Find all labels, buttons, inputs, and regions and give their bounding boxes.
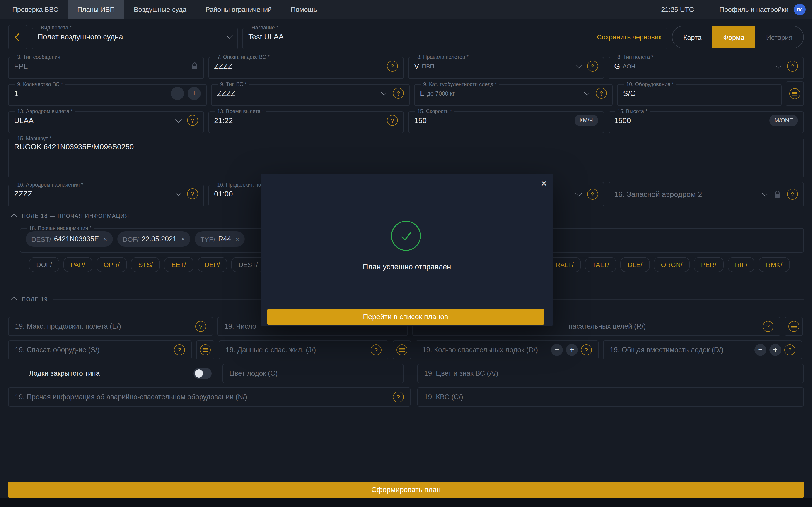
speed-field[interactable]: 15. Скорость * 150 КМ/Ч bbox=[408, 109, 604, 133]
help-icon[interactable]: ? bbox=[387, 115, 398, 126]
remove-chip-icon[interactable]: × bbox=[181, 235, 185, 243]
key-dest[interactable]: DEST/ bbox=[231, 257, 265, 272]
key-dep[interactable]: DEP/ bbox=[197, 257, 227, 272]
help-icon[interactable]: ? bbox=[787, 189, 798, 200]
help-icon[interactable]: ? bbox=[187, 188, 198, 199]
back-button[interactable] bbox=[8, 25, 27, 49]
aircraft-type-label: 9. Тип ВС * bbox=[218, 81, 249, 87]
nav-tab-ivp-plans[interactable]: Планы ИВП bbox=[68, 0, 124, 18]
minus-button[interactable]: − bbox=[754, 344, 766, 356]
plus-button[interactable]: + bbox=[188, 87, 201, 100]
route-value: RUGOK 6421N03935E/M096S0250 bbox=[14, 143, 134, 151]
close-icon[interactable]: × bbox=[541, 177, 547, 190]
help-icon[interactable]: ? bbox=[787, 61, 798, 71]
plus-button[interactable]: + bbox=[566, 344, 578, 356]
save-draft-button[interactable]: Сохранить черновик bbox=[597, 33, 662, 41]
view-tab-map[interactable]: Карта bbox=[672, 26, 712, 48]
key-opr[interactable]: OPR/ bbox=[96, 257, 127, 272]
boats-capacity-placeholder: 19. Общая вместимость лодок (D/) bbox=[610, 346, 723, 354]
turbulence-category-label: 9. Кат. турбулентности следа * bbox=[421, 81, 499, 87]
remove-chip-icon[interactable]: × bbox=[236, 235, 239, 243]
help-icon[interactable]: ? bbox=[596, 88, 607, 99]
equipment-list-button[interactable] bbox=[786, 81, 804, 106]
departure-aerodrome-select[interactable]: 13. Аэродром вылета * ULAA ? bbox=[8, 109, 204, 133]
help-icon[interactable]: ? bbox=[195, 321, 206, 332]
rescue-radio-list-button[interactable] bbox=[785, 317, 803, 336]
generate-plan-button[interactable]: Сформировать план bbox=[8, 482, 804, 498]
equipment-field[interactable]: 10. Оборудование * S/C bbox=[617, 81, 782, 106]
key-rif[interactable]: RIF/ bbox=[728, 257, 755, 272]
key-dof[interactable]: DOF/ bbox=[29, 257, 59, 272]
plus-button[interactable]: + bbox=[769, 344, 781, 356]
help-icon[interactable]: ? bbox=[587, 189, 598, 200]
aircraft-id-field[interactable]: 7. Опозн. индекс ВС * ZZZZ ? bbox=[208, 54, 404, 79]
help-icon[interactable]: ? bbox=[587, 61, 598, 71]
persons-on-board-placeholder: 19. Число bbox=[224, 322, 256, 331]
help-icon[interactable]: ? bbox=[371, 344, 382, 355]
flight-type-select[interactable]: 8. Тип полета * G АОН ? bbox=[608, 54, 804, 79]
equipment-value: S/C bbox=[623, 89, 636, 98]
aircraft-count-field[interactable]: 9. Количество ВС * 1 −+ bbox=[8, 81, 207, 106]
chip-dof: DOF/ 22.05.2021 × bbox=[117, 231, 190, 247]
turbulence-category-select[interactable]: 9. Кат. турбулентности следа * L до 7000… bbox=[414, 81, 613, 106]
help-icon[interactable]: ? bbox=[174, 344, 185, 355]
boats-color-field[interactable]: Цвет лодок (C) bbox=[222, 364, 404, 383]
view-tab-form[interactable]: Форма bbox=[712, 26, 755, 48]
help-icon[interactable]: ? bbox=[393, 392, 404, 402]
field18-section-title: ПОЛЕ 18 — ПРОЧАЯ ИНФОРМАЦИЯ bbox=[22, 213, 130, 219]
go-to-plans-button[interactable]: Перейти в список планов bbox=[267, 309, 544, 325]
nav-tab-bvs-check[interactable]: Проверка БВС bbox=[3, 0, 68, 18]
help-icon[interactable]: ? bbox=[187, 115, 198, 126]
key-per[interactable]: PER/ bbox=[694, 257, 724, 272]
key-dle[interactable]: DLE/ bbox=[620, 257, 650, 272]
pic-field[interactable]: 19. КВС (C/) bbox=[417, 388, 804, 406]
other-rescue-info-field[interactable]: 19. Прочая информация об аварийно-спасат… bbox=[8, 388, 411, 406]
destination-aerodrome-select[interactable]: 16. Аэродром назначения * ZZZZ ? bbox=[8, 182, 204, 207]
survival-equipment-list-button[interactable] bbox=[196, 340, 214, 359]
view-tab-history[interactable]: История bbox=[755, 26, 803, 48]
help-icon[interactable]: ? bbox=[784, 344, 795, 355]
chip-typ: TYP/ R44 × bbox=[195, 231, 245, 247]
departure-aerodrome-value: ULAA bbox=[14, 116, 34, 125]
max-duration-field[interactable]: 19. Макс. продолжит. полета (Е/) ? bbox=[8, 317, 213, 336]
key-talt[interactable]: TALT/ bbox=[585, 257, 616, 272]
avatar[interactable]: пс bbox=[794, 3, 806, 15]
altitude-field[interactable]: 15. Высота * 1500 M/QNE bbox=[608, 109, 804, 133]
closed-boats-toggle[interactable] bbox=[194, 368, 212, 379]
remove-chip-icon[interactable]: × bbox=[104, 235, 107, 243]
route-textarea[interactable]: 15. Маршрут * RUGOK 6421N03935E/M096S025… bbox=[8, 136, 804, 177]
equipment-label: 10. Оборудование * bbox=[624, 81, 676, 87]
key-sts[interactable]: STS/ bbox=[131, 257, 160, 272]
help-icon[interactable]: ? bbox=[387, 61, 398, 71]
nav-tab-restriction-areas[interactable]: Районы ограничений bbox=[196, 0, 281, 18]
key-eet[interactable]: EET/ bbox=[164, 257, 193, 272]
aircraft-type-select[interactable]: 9. Тип ВС * ZZZZ ? bbox=[211, 81, 410, 106]
boats-count-field[interactable]: 19. Кол-во спасательных лодок (D/) −+? bbox=[415, 340, 599, 359]
flight-kind-select[interactable]: Вид полета * Полет воздушного судна bbox=[32, 25, 238, 49]
help-icon[interactable]: ? bbox=[393, 88, 404, 99]
help-icon[interactable]: ? bbox=[581, 344, 592, 355]
survival-equipment-field[interactable]: 19. Спасат. оборуд-ие (S/) ? bbox=[8, 340, 192, 359]
help-icon[interactable]: ? bbox=[763, 321, 773, 332]
nav-tab-aircraft[interactable]: Воздушные суда bbox=[124, 0, 196, 18]
life-jackets-list-button[interactable] bbox=[393, 340, 411, 359]
departure-time-field[interactable]: 13. Время вылета * 21:22 ? bbox=[208, 109, 404, 133]
life-jackets-field[interactable]: 19. Данные о спас. жил. (J/) ? bbox=[219, 340, 388, 359]
chevron-down-icon bbox=[762, 190, 768, 196]
profile-settings-link[interactable]: Профиль и настройки bbox=[719, 5, 789, 13]
plan-name-input[interactable]: Название * Test ULAA Сохранить черновик bbox=[242, 25, 667, 49]
aircraft-color-field[interactable]: 19. Цвет и знак ВС (A/) bbox=[417, 364, 804, 383]
key-pap[interactable]: PAP/ bbox=[63, 257, 92, 272]
success-message: План успешно отправлен bbox=[261, 263, 553, 271]
alternate-aerodrome-2-select[interactable]: 16. Запасной аэродром 2 ? bbox=[608, 182, 804, 207]
max-duration-placeholder: 19. Макс. продолжит. полета (Е/) bbox=[15, 322, 121, 331]
flight-duration-value: 01:00 bbox=[214, 189, 233, 198]
minus-button[interactable]: − bbox=[551, 344, 563, 356]
minus-button[interactable]: − bbox=[171, 87, 184, 100]
flight-rules-select[interactable]: 8. Правила полетов * V ПВП ? bbox=[408, 54, 604, 79]
key-rmk[interactable]: RMK/ bbox=[759, 257, 790, 272]
nav-tab-help[interactable]: Помощь bbox=[281, 0, 326, 18]
boats-capacity-field[interactable]: 19. Общая вместимость лодок (D/) −+? bbox=[603, 340, 802, 359]
key-orgn[interactable]: ORGN/ bbox=[654, 257, 690, 272]
life-jackets-placeholder: 19. Данные о спас. жил. (J/) bbox=[226, 346, 316, 354]
